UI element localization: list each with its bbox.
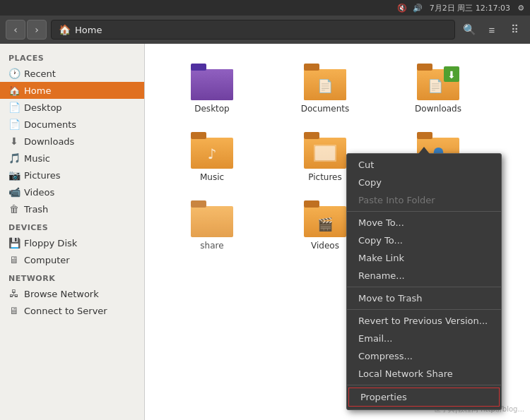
file-label-videos: Videos <box>311 241 339 251</box>
file-label-share: share <box>200 241 223 251</box>
sidebar-label-pictures: Pictures <box>24 170 60 181</box>
svg-rect-20 <box>417 132 432 139</box>
sidebar-label-recent: Recent <box>24 68 56 79</box>
downloads-icon: ⬇ <box>8 136 20 147</box>
sidebar-label-floppy: Floppy Disk <box>24 238 77 248</box>
location-bar[interactable]: 🏠 Home <box>51 20 455 40</box>
sidebar-item-music[interactable]: 🎵 Music <box>0 150 144 167</box>
toolbar: ‹ › 🏠 Home 🔍 ≡ ⠿ <box>0 16 530 44</box>
sidebar-item-recent[interactable]: 🕐 Recent <box>0 65 144 82</box>
trash-icon: 🗑 <box>8 203 20 215</box>
file-area: Desktop 📄 <box>145 44 530 420</box>
documents-icon: 📄 <box>8 119 20 130</box>
ctx-move-to-trash[interactable]: Move to Trash <box>347 289 501 307</box>
network-icon: 🔇 <box>397 4 407 13</box>
sidebar-item-browse-network[interactable]: 🖧 Browse Network <box>0 285 144 302</box>
svg-rect-8 <box>417 64 432 71</box>
svg-rect-18 <box>315 146 335 160</box>
svg-rect-1 <box>191 69 233 100</box>
ctx-move-to[interactable]: Move To... <box>347 214 501 232</box>
ctx-compress[interactable]: Compress... <box>347 347 501 365</box>
ctx-copy[interactable]: Copy <box>347 174 501 191</box>
home-icon: 🏠 <box>59 24 71 35</box>
file-item-documents[interactable]: 📄 Documents <box>272 58 378 119</box>
ctx-separator-4 <box>347 385 501 385</box>
context-menu-arrow <box>418 147 430 154</box>
svg-rect-25 <box>304 200 319 208</box>
sidebar-label-connect-server: Connect to Server <box>24 306 107 316</box>
ctx-copy-to[interactable]: Copy To... <box>347 232 501 249</box>
back-button[interactable]: ‹ <box>6 20 25 40</box>
sidebar-item-videos[interactable]: 📹 Videos <box>0 184 144 200</box>
svg-rect-23 <box>191 200 206 208</box>
svg-rect-2 <box>191 64 206 71</box>
ctx-local-network-share[interactable]: Local Network Share <box>347 365 501 383</box>
file-label-documents: Documents <box>301 104 349 114</box>
network-header: Network <box>0 268 144 285</box>
sidebar-item-pictures[interactable]: 📷 Pictures <box>0 167 144 184</box>
folder-pictures-icon <box>304 132 346 169</box>
file-item-share[interactable]: share <box>159 195 265 256</box>
sidebar-label-documents: Documents <box>24 119 76 130</box>
svg-rect-5 <box>304 64 319 71</box>
topbar: 🔇 🔊 7月2日 周三 12:17:03 ⚙ <box>0 0 530 16</box>
sidebar-item-trash[interactable]: 🗑 Trash <box>0 200 144 217</box>
view-button[interactable]: ⠿ <box>505 20 524 40</box>
ctx-make-link[interactable]: Make Link <box>347 249 501 267</box>
sidebar-item-desktop[interactable]: 📄 Desktop <box>0 99 144 116</box>
sidebar-label-trash: Trash <box>24 204 48 215</box>
desktop-icon: 📄 <box>8 102 20 113</box>
svg-text:🎬: 🎬 <box>317 217 334 232</box>
folder-videos-icon: 🎬 <box>304 200 346 237</box>
ctx-revert[interactable]: Revert to Previous Version... <box>347 312 501 330</box>
ctx-rename[interactable]: Rename... <box>347 267 501 284</box>
file-item-downloads[interactable]: ⬇ 📄 Downloads <box>385 58 491 119</box>
sidebar-item-documents[interactable]: 📄 Documents <box>0 116 144 133</box>
folder-music-icon: ♪ <box>191 132 233 169</box>
sidebar-label-videos: Videos <box>24 187 54 198</box>
browse-network-icon: 🖧 <box>8 288 20 299</box>
ctx-separator-2 <box>347 287 501 287</box>
sidebar-label-home: Home <box>24 85 51 96</box>
file-label-downloads: Downloads <box>415 104 461 114</box>
search-button[interactable]: 🔍 <box>459 20 479 40</box>
menu-button[interactable]: ≡ <box>482 20 502 40</box>
ctx-email[interactable]: Email... <box>347 330 501 347</box>
nav-buttons: ‹ › <box>6 20 47 40</box>
topbar-datetime: 7月2日 周三 12:17:03 <box>430 3 510 13</box>
folder-desktop-icon <box>191 64 233 100</box>
videos-icon: 📹 <box>8 186 20 198</box>
sidebar: Places 🕐 Recent 🏠 Home 📄 Desktop 📄 Docum… <box>0 44 145 420</box>
file-label-desktop: Desktop <box>194 104 230 114</box>
forward-button[interactable]: › <box>27 20 47 40</box>
svg-text:📄: 📄 <box>317 78 334 94</box>
ctx-paste-into-folder: Paste Into Folder <box>347 191 501 209</box>
toolbar-actions: 🔍 ≡ ⠿ <box>459 20 524 40</box>
sidebar-label-browse-network: Browse Network <box>24 289 99 299</box>
file-item-desktop[interactable]: Desktop <box>159 58 265 119</box>
svg-text:⬇: ⬇ <box>447 69 456 80</box>
sidebar-label-computer: Computer <box>24 255 70 265</box>
computer-icon: 🖥 <box>8 254 20 265</box>
main-container: Places 🕐 Recent 🏠 Home 📄 Desktop 📄 Docum… <box>0 44 530 420</box>
topbar-status-icons: 🔇 🔊 <box>397 4 423 13</box>
sidebar-item-connect-server[interactable]: 🖥 Connect to Server <box>0 302 144 319</box>
settings-icon[interactable]: ⚙ <box>517 4 524 13</box>
ctx-cut[interactable]: Cut <box>347 156 501 174</box>
sidebar-item-home[interactable]: 🏠 Home <box>0 82 144 99</box>
folder-downloads-icon: ⬇ 📄 <box>417 64 459 100</box>
svg-rect-22 <box>191 206 233 237</box>
devices-header: Devices <box>0 217 144 234</box>
file-item-music[interactable]: ♪ Music <box>159 126 265 188</box>
ctx-properties[interactable]: Properties <box>348 388 500 407</box>
sidebar-item-downloads[interactable]: ⬇ Downloads <box>0 133 144 150</box>
sidebar-label-desktop: Desktop <box>24 102 62 113</box>
sidebar-item-floppy[interactable]: 💾 Floppy Disk <box>0 234 144 251</box>
home-folder-icon: 🏠 <box>8 85 20 96</box>
svg-text:📄: 📄 <box>428 78 444 94</box>
sidebar-label-downloads: Downloads <box>24 136 74 147</box>
sidebar-label-music: Music <box>24 153 50 164</box>
folder-documents-icon: 📄 <box>304 64 346 100</box>
connect-server-icon: 🖥 <box>8 305 20 316</box>
sidebar-item-computer[interactable]: 🖥 Computer <box>0 251 144 268</box>
